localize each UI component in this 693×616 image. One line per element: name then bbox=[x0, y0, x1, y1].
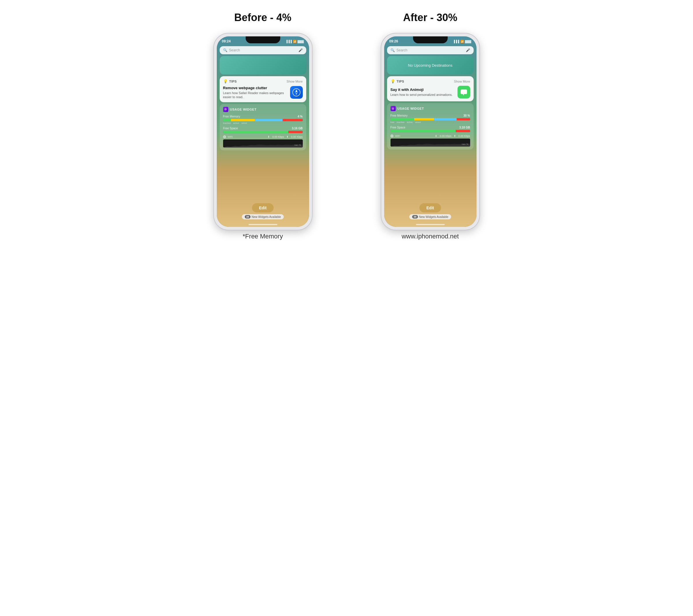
after-bar-label-free: free bbox=[391, 121, 395, 123]
after-bar-label-active: active bbox=[407, 121, 413, 123]
after-new-widgets-badge: 38 New Widgets Available bbox=[409, 214, 451, 219]
before-tips-bulb-icon: 💡 bbox=[223, 79, 228, 83]
after-new-widgets-label: New Widgets Available bbox=[419, 215, 449, 219]
after-search-bar[interactable]: 🔍 Search 🎤 bbox=[387, 46, 474, 54]
after-badge-num: 38 bbox=[412, 215, 418, 219]
after-space-bar bbox=[391, 130, 470, 132]
before-wifi-up-icon: ⬆ bbox=[286, 135, 289, 138]
after-nan-text: nan % bbox=[462, 143, 469, 145]
after-signal-icon: ▐▐▐ bbox=[453, 40, 459, 43]
svg-rect-3 bbox=[461, 90, 467, 94]
after-usage-title: USAGE WIDGET bbox=[397, 107, 424, 110]
after-usage-icon: ⚙ bbox=[391, 106, 396, 111]
after-free-space-value: 3.18 GB bbox=[459, 126, 470, 129]
before-chart-line bbox=[223, 143, 303, 147]
after-tips-title: Say it with Animoji bbox=[391, 87, 455, 92]
before-memory-bar bbox=[223, 119, 303, 121]
after-wifi-down-val: 0.00 Kbps bbox=[440, 135, 451, 137]
before-home-indicator bbox=[217, 224, 309, 227]
after-bar-red bbox=[457, 118, 470, 120]
bottom-captions: *Free Memory www.iphonemod.net bbox=[188, 233, 506, 240]
after-wifi-row: WiFi ⬇ 0.00 Kbps ⬆ 0.00 Kbps bbox=[391, 135, 470, 137]
after-bar-blue bbox=[434, 118, 456, 120]
before-new-widgets-badge: 38 New Widgets Available bbox=[242, 214, 284, 219]
before-free-space-value: 3.16 GB bbox=[292, 127, 302, 130]
signal-icon: ▐▐▐ bbox=[285, 40, 292, 43]
before-phone-column: 09:24 ▐▐▐ 📶 ▓▓▓ 🔍 Search 🎤 bbox=[188, 34, 338, 230]
before-free-memory-value: 4 % bbox=[298, 115, 302, 118]
after-maps-widget: No Upcoming Destinations bbox=[387, 56, 474, 75]
before-search-text: Search bbox=[229, 48, 240, 52]
before-tips-icon-safari bbox=[290, 86, 303, 99]
after-wifi-dot bbox=[391, 135, 393, 137]
before-title: Before - 4% bbox=[188, 12, 338, 24]
before-wifi-row: WiFi ⬇ 0.00 Kbps ⬆ 0.00 Kbps bbox=[223, 135, 303, 138]
after-tips-desc: Learn how to send personalized animation… bbox=[391, 93, 455, 97]
before-search-bar[interactable]: 🔍 Search 🎤 bbox=[220, 46, 306, 54]
before-tips-title: Remove webpage clutter bbox=[223, 86, 288, 90]
after-bar-yellow bbox=[414, 118, 434, 120]
before-space-bar bbox=[223, 131, 303, 133]
after-free-space-label: Free Space bbox=[391, 126, 405, 129]
before-wifi-down-icon: ⬇ bbox=[268, 135, 270, 138]
before-wifi-dot bbox=[223, 135, 226, 138]
before-new-widgets-label: New Widgets Available bbox=[252, 215, 281, 219]
before-nan-text: nan % bbox=[294, 144, 301, 146]
after-edit-button[interactable]: Edit bbox=[419, 203, 441, 213]
before-bar-yellow bbox=[231, 119, 255, 121]
before-notch bbox=[245, 36, 280, 43]
before-phone-shell: 09:24 ▐▐▐ 📶 ▓▓▓ 🔍 Search 🎤 bbox=[214, 34, 312, 230]
before-speed-chart: nan % bbox=[223, 139, 303, 147]
before-space-bar-red bbox=[288, 131, 303, 133]
before-edit-button[interactable]: Edit bbox=[252, 203, 273, 213]
after-phone-column: 09:26 ▐▐▐ 📶 ▓▓▓ 🔍 Search 🎤 bbox=[355, 34, 506, 230]
before-mic-icon: 🎤 bbox=[298, 48, 303, 52]
before-show-more[interactable]: Show More bbox=[286, 80, 303, 83]
wifi-status-icon: 📶 bbox=[293, 40, 296, 43]
after-bar-label-wired: wired bbox=[415, 121, 420, 123]
before-search-icon: 🔍 bbox=[223, 48, 227, 52]
footer-right: www.iphonemod.net bbox=[355, 233, 506, 240]
battery-icon: ▓▓▓ bbox=[298, 40, 304, 43]
before-wifi-speeds: ⬇ 0.00 Kbps ⬆ 0.00 Kbps bbox=[268, 135, 302, 138]
before-phone-screen: 09:24 ▐▐▐ 📶 ▓▓▓ 🔍 Search 🎤 bbox=[217, 36, 309, 227]
after-search-icon: 🔍 bbox=[391, 48, 395, 52]
after-tips-header: 💡 TIPS Show More bbox=[391, 79, 470, 83]
before-bar-red bbox=[282, 119, 302, 121]
after-home-indicator bbox=[384, 224, 477, 227]
before-free-space-label: Free Space bbox=[223, 127, 238, 130]
after-tips-text-area: Say it with Animoji Learn how to send pe… bbox=[391, 87, 455, 97]
before-bar-label-active: active bbox=[233, 122, 239, 124]
before-space-row: Free Space 3.16 GB bbox=[223, 127, 303, 133]
before-wifi-down-val: 0.00 Kbps bbox=[272, 135, 284, 138]
after-tips-bulb-icon: 💡 bbox=[391, 79, 395, 83]
after-notch bbox=[413, 36, 448, 43]
before-bar-green bbox=[223, 119, 231, 121]
before-tips-header: 💡 TIPS Show More bbox=[223, 79, 303, 83]
before-bar-label-inactive: inactive bbox=[223, 122, 231, 124]
before-heading: Before - 4% bbox=[188, 12, 338, 31]
after-show-more[interactable]: Show More bbox=[454, 80, 470, 83]
after-wifi-label: WiFi bbox=[395, 135, 400, 137]
after-speed-chart: nan % bbox=[391, 139, 470, 147]
after-wifi-status-icon: 📶 bbox=[460, 40, 464, 43]
before-status-icons: ▐▐▐ 📶 ▓▓▓ bbox=[285, 40, 304, 43]
after-wifi-up-icon: ⬆ bbox=[454, 135, 456, 137]
before-bar-blue bbox=[255, 119, 283, 121]
before-free-memory-label: Free Memory bbox=[223, 115, 240, 118]
after-free-memory-value: 30 % bbox=[463, 114, 470, 117]
after-status-time: 09:26 bbox=[389, 39, 398, 43]
after-maps-widget-text: No Upcoming Destinations bbox=[408, 63, 453, 67]
before-status-time: 09:24 bbox=[222, 39, 231, 43]
before-bar-label-wired: wired bbox=[242, 122, 247, 124]
after-phone-screen: 09:26 ▐▐▐ 📶 ▓▓▓ 🔍 Search 🎤 bbox=[384, 36, 477, 227]
before-wifi-up-val: 0.00 Kbps bbox=[291, 135, 303, 138]
before-maps-widget bbox=[220, 56, 306, 75]
svg-marker-2 bbox=[295, 92, 298, 95]
after-free-memory-label: Free Memory bbox=[391, 114, 408, 117]
after-memory-bar bbox=[391, 118, 470, 120]
after-battery-icon: ▓▓▓ bbox=[465, 40, 471, 43]
footer-left: *Free Memory bbox=[188, 233, 338, 240]
after-status-icons: ▐▐▐ 📶 ▓▓▓ bbox=[453, 40, 471, 43]
after-tips-widget: 💡 TIPS Show More Say it with Animoji Lea… bbox=[387, 76, 474, 101]
